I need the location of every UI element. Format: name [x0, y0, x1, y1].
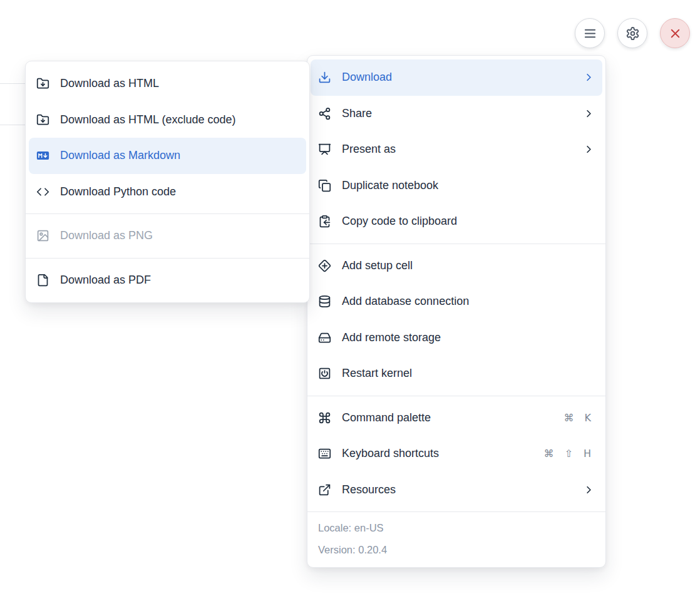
keyboard-shortcut-hint: ⌘ K [564, 412, 595, 424]
command-icon [318, 411, 331, 424]
folder-down-icon [36, 77, 49, 90]
download-icon [318, 71, 331, 84]
external-link-icon [318, 483, 331, 496]
file-icon [36, 274, 49, 287]
menu-item-label: Download as PDF [60, 274, 299, 287]
chevron-right-icon [583, 484, 595, 496]
menu-item-label: Restart kernel [342, 367, 595, 380]
presentation-icon [318, 143, 331, 156]
menu-item-download-python-code[interactable]: Download Python code [29, 174, 306, 210]
menu-item-share[interactable]: Share [311, 96, 602, 132]
menu-item-label: Download as HTML (exclude code) [60, 113, 299, 126]
menu-item-label: Present as [342, 143, 572, 156]
square-power-icon [318, 367, 331, 380]
menu-item-label: Add database connection [342, 295, 595, 308]
keyboard-shortcut-hint: ⌘ ⇧ H [543, 448, 595, 459]
menu-item-present-as[interactable]: Present as [311, 131, 602, 168]
menu-item-download[interactable]: Download [311, 59, 602, 96]
image-icon [36, 229, 49, 242]
menu-item-command-palette[interactable]: Command palette ⌘ K [311, 400, 602, 436]
menu-separator [26, 258, 309, 259]
menu-separator [26, 213, 309, 214]
menu-item-label: Share [342, 107, 572, 120]
share-icon [318, 107, 331, 120]
menu-item-label: Duplicate notebook [342, 179, 595, 192]
page-background-line [0, 125, 26, 125]
clipboard-copy-icon [318, 215, 331, 228]
chevron-right-icon [583, 71, 595, 83]
keyboard-icon [318, 447, 331, 460]
hamburger-menu-icon [583, 26, 597, 41]
menu-item-copy-code[interactable]: Copy code to clipboard [311, 203, 602, 240]
menu-item-keyboard-shortcuts[interactable]: Keyboard shortcuts ⌘ ⇧ H [311, 436, 602, 472]
menu-item-label: Add setup cell [342, 259, 595, 272]
database-icon [318, 295, 331, 308]
close-icon [668, 26, 682, 41]
folder-down-icon [36, 113, 49, 126]
menu-footer: Locale: en-US Version: 0.20.4 [307, 511, 605, 567]
menu-item-label: Add remote storage [342, 331, 595, 344]
menu-separator [307, 244, 605, 244]
hard-drive-icon [318, 331, 331, 344]
menu-item-add-database-connection[interactable]: Add database connection [311, 284, 602, 320]
menu-item-label: Copy code to clipboard [342, 215, 595, 228]
settings-button[interactable] [617, 18, 647, 48]
menu-item-label: Download as HTML [60, 77, 299, 90]
notebook-actions-menu: Download Share Present as Duplicate note… [307, 55, 606, 568]
version-text: Version: 0.20.4 [318, 539, 595, 561]
shutdown-button[interactable] [660, 18, 690, 48]
menu-item-label: Download as PNG [60, 229, 299, 242]
diamond-plus-icon [318, 259, 331, 272]
menu-item-restart-kernel[interactable]: Restart kernel [311, 356, 602, 392]
menu-item-label: Download [342, 71, 572, 84]
menu-item-download-html-exclude-code[interactable]: Download as HTML (exclude code) [29, 102, 306, 138]
menu-item-download-png[interactable]: Download as PNG [29, 218, 306, 254]
menu-item-add-remote-storage[interactable]: Add remote storage [311, 320, 602, 356]
notebook-menu-button[interactable] [575, 18, 605, 48]
chevron-right-icon [583, 108, 595, 120]
menu-item-label: Resources [342, 483, 572, 496]
menu-item-label: Download Python code [60, 185, 299, 198]
page-background-line [0, 83, 26, 84]
menu-item-resources[interactable]: Resources [311, 472, 602, 508]
locale-text: Locale: en-US [318, 517, 595, 539]
menu-item-label: Download as Markdown [60, 149, 299, 162]
menu-item-duplicate-notebook[interactable]: Duplicate notebook [311, 168, 602, 204]
gear-icon [625, 26, 640, 41]
download-submenu: Download as HTML Download as HTML (exclu… [25, 61, 310, 303]
menu-item-label: Keyboard shortcuts [342, 447, 533, 460]
menu-item-download-pdf[interactable]: Download as PDF [29, 262, 306, 299]
menu-item-label: Command palette [342, 411, 553, 424]
copy-icon [318, 179, 331, 192]
code-icon [36, 185, 49, 198]
chevron-right-icon [583, 143, 595, 155]
markdown-download-icon [36, 149, 49, 162]
menu-item-download-markdown[interactable]: Download as Markdown [29, 138, 306, 174]
menu-item-download-html[interactable]: Download as HTML [29, 66, 306, 102]
menu-item-add-setup-cell[interactable]: Add setup cell [311, 248, 602, 284]
menu-separator [307, 396, 605, 396]
